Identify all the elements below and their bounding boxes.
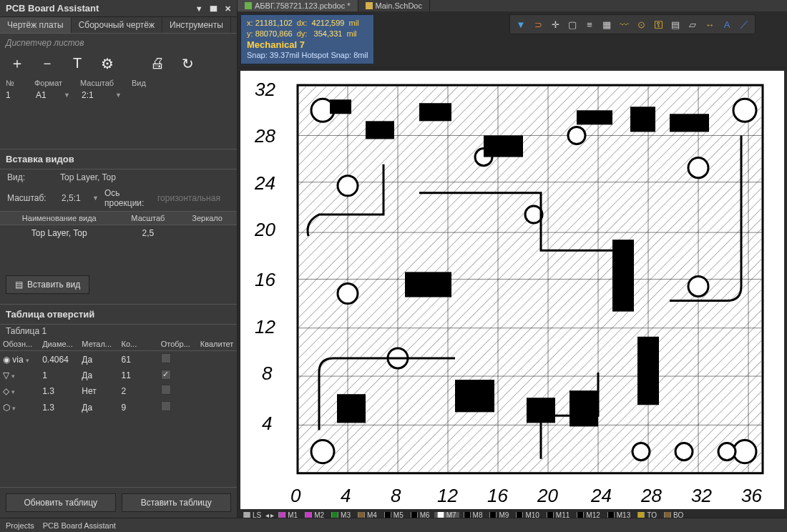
layer-next-icon[interactable]: ▸ bbox=[270, 512, 274, 518]
via-icon[interactable]: ⊙ bbox=[633, 17, 649, 31]
filter-icon[interactable]: ▼ bbox=[513, 17, 529, 31]
svg-text:36: 36 bbox=[741, 485, 762, 506]
scale-select[interactable]: 2:1▼ bbox=[80, 90, 123, 100]
hole-dia: 1.3 bbox=[39, 386, 79, 396]
layer-m12[interactable]: M12 bbox=[574, 512, 602, 518]
format-select[interactable]: A1▼ bbox=[34, 90, 72, 100]
insert-table-button[interactable]: Вставить таблицу bbox=[122, 493, 232, 512]
hole-dia: 1.3 bbox=[39, 403, 79, 413]
svg-text:28: 28 bbox=[254, 125, 275, 147]
remove-sheet-icon[interactable]: － bbox=[39, 54, 56, 73]
hole-sym: ◇ ▾ bbox=[0, 386, 39, 396]
hole-count: 9 bbox=[119, 403, 158, 413]
hole-show-checkbox[interactable] bbox=[158, 353, 197, 365]
pcb-assistant-panel: PCB Board Assistant ▼ ⯀ ✕ Чертёж платы С… bbox=[0, 0, 238, 518]
layer-m10[interactable]: M10 bbox=[513, 512, 542, 518]
tab-tools[interactable]: Инструменты bbox=[162, 17, 231, 33]
update-table-button[interactable]: Обновить таблицу bbox=[6, 493, 116, 512]
svg-rect-64 bbox=[455, 380, 494, 412]
layer-m7[interactable]: M7 bbox=[434, 512, 459, 518]
holes-header: Таблица отверстий bbox=[0, 305, 237, 325]
holes-row-0[interactable]: ◉ via ▾0.4064Да61 bbox=[0, 351, 237, 368]
layer-m8[interactable]: M8 bbox=[461, 512, 486, 518]
layer-m4[interactable]: M4 bbox=[355, 512, 380, 518]
text-tool-icon[interactable]: T bbox=[69, 55, 86, 72]
holes-row-1[interactable]: ▽ ▾1Да11 bbox=[0, 368, 237, 383]
align-icon[interactable]: ≡ bbox=[582, 17, 597, 31]
hole-metal: Нет bbox=[79, 386, 118, 396]
layer-m3[interactable]: M3 bbox=[328, 512, 353, 518]
layer-m13[interactable]: M13 bbox=[605, 512, 633, 518]
svg-rect-66 bbox=[570, 390, 598, 426]
holes-row-2[interactable]: ◇ ▾1.3Нет2 bbox=[0, 383, 237, 399]
layers-icon: ▤ bbox=[15, 280, 23, 290]
layer-m6[interactable]: M6 bbox=[408, 512, 433, 518]
layer-ls[interactable]: LS bbox=[240, 512, 264, 518]
hole-metal: Да bbox=[79, 370, 118, 380]
tab-board-drawing[interactable]: Чертёж платы bbox=[0, 17, 72, 33]
grid-icon[interactable]: ▦ bbox=[599, 17, 615, 31]
viewscale-select[interactable]: 2,5:1▼ bbox=[60, 193, 100, 203]
doc-tab-pcbdoc[interactable]: АБВГ.758721.123.pcbdoc * bbox=[238, 0, 358, 11]
route-icon[interactable]: 〰 bbox=[616, 17, 632, 31]
panel-title-bar: PCB Board Assistant ▼ ⯀ ✕ bbox=[0, 0, 237, 17]
settings-gear-icon[interactable]: ⚙ bbox=[99, 55, 116, 72]
poly-icon[interactable]: ▱ bbox=[685, 17, 700, 31]
line-icon[interactable]: ／ bbox=[736, 17, 752, 31]
layer-m9[interactable]: M9 bbox=[487, 512, 512, 518]
hole-show-checkbox[interactable] bbox=[158, 385, 197, 397]
svg-rect-58 bbox=[630, 107, 655, 132]
holes-row-3[interactable]: ⬡ ▾1.3Да9 bbox=[0, 399, 237, 415]
panel-dropdown-icon[interactable]: ▼ bbox=[195, 4, 203, 13]
status-projects[interactable]: Projects bbox=[6, 521, 34, 530]
svg-point-40 bbox=[311, 440, 334, 463]
refresh-icon[interactable]: ↻ bbox=[179, 55, 196, 72]
pcb-canvas[interactable]: 322824 201612 84 048 121620 242832 36 bbox=[240, 71, 784, 509]
layer-to[interactable]: TO bbox=[635, 512, 660, 518]
holes-table-name[interactable]: Таблица 1 bbox=[0, 325, 237, 338]
panel-close-icon[interactable]: ✕ bbox=[225, 4, 231, 13]
hole-show-checkbox[interactable] bbox=[158, 401, 197, 413]
svg-rect-53 bbox=[330, 99, 351, 114]
add-sheet-icon[interactable]: ＋ bbox=[9, 54, 26, 73]
crosshair-icon[interactable]: ✛ bbox=[547, 17, 563, 31]
sheets-header: Диспетчер листов bbox=[0, 34, 237, 49]
svg-point-39 bbox=[733, 99, 756, 122]
magnet-icon[interactable]: ⊃ bbox=[530, 17, 546, 31]
svg-text:24: 24 bbox=[254, 172, 275, 194]
insert-view-button[interactable]: ▤ Вставить вид bbox=[6, 275, 89, 294]
svg-point-50 bbox=[632, 443, 650, 460]
view-value[interactable]: Top Layer, Top bbox=[60, 172, 230, 182]
axis-label: Ось проекции: bbox=[104, 188, 157, 208]
hole-metal: Да bbox=[79, 403, 118, 413]
tab-assembly-drawing[interactable]: Сборочный чертёж bbox=[72, 17, 162, 33]
hole-show-checkbox[interactable] bbox=[158, 370, 197, 380]
key-icon[interactable]: ⚿ bbox=[650, 17, 666, 31]
text-icon[interactable]: A bbox=[719, 17, 735, 31]
layer-bo[interactable]: BO bbox=[661, 512, 686, 518]
dimension-icon[interactable]: ↔ bbox=[702, 17, 718, 31]
svg-text:16: 16 bbox=[487, 485, 508, 506]
sheet-row-1[interactable]: 1 A1▼ 2:1▼ bbox=[0, 89, 237, 102]
select-rect-icon[interactable]: ▢ bbox=[564, 17, 580, 31]
document-tabs: АБВГ.758721.123.pcbdoc * Main.SchDoc bbox=[238, 0, 787, 11]
panel-pin-icon[interactable]: ⯀ bbox=[210, 4, 217, 13]
viewscale-label: Масштаб: bbox=[7, 193, 60, 203]
layer-m1[interactable]: M1 bbox=[275, 512, 300, 518]
print-icon[interactable]: 🖨 bbox=[149, 55, 166, 72]
layer-prev-icon[interactable]: ◂ bbox=[265, 512, 269, 518]
col-format: Формат bbox=[34, 79, 72, 87]
svg-text:16: 16 bbox=[255, 269, 275, 290]
layer-m5[interactable]: M5 bbox=[381, 512, 406, 518]
doc-tab-schdoc[interactable]: Main.SchDoc bbox=[358, 0, 430, 11]
views-header: Вставка видов bbox=[0, 149, 237, 169]
layer-m11[interactable]: M11 bbox=[544, 512, 572, 518]
layer-icon[interactable]: ▤ bbox=[668, 17, 683, 31]
axis-value: горизонтальная bbox=[157, 193, 220, 203]
svg-rect-55 bbox=[419, 103, 451, 121]
layer-m2[interactable]: M2 bbox=[302, 512, 327, 518]
svg-point-49 bbox=[688, 276, 708, 296]
svg-rect-62 bbox=[637, 337, 659, 405]
views-grid-row[interactable]: Top Layer, Top 2,5 bbox=[0, 225, 237, 241]
status-assistant[interactable]: PCB Board Assistant bbox=[43, 521, 116, 530]
